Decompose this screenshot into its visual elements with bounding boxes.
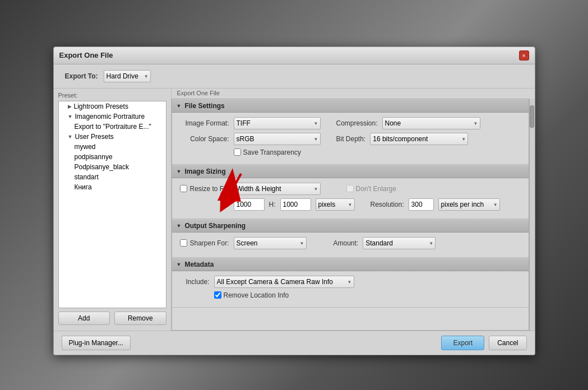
preset-item-text: Lightroom Presets bbox=[74, 103, 128, 110]
image-sizing-title: Image Sizing bbox=[184, 168, 225, 175]
include-label: Include: bbox=[179, 278, 210, 286]
plugin-manager-button[interactable]: Plug-in Manager... bbox=[62, 336, 131, 350]
resize-options-select[interactable]: Width & HeightDimensionsLong EdgeShort E… bbox=[234, 183, 321, 195]
preset-arrow-icon: ▼ bbox=[68, 134, 73, 140]
w-label: W: bbox=[179, 201, 229, 208]
height-input[interactable] bbox=[280, 198, 311, 211]
output-sharpening-arrow: ▼ bbox=[177, 223, 182, 229]
width-input[interactable] bbox=[234, 198, 265, 211]
resize-to-fit-text: Resize to Fit: bbox=[189, 185, 229, 193]
amount-label: Amount: bbox=[334, 239, 359, 247]
compression-label: Compression: bbox=[336, 119, 378, 127]
save-transparency-label[interactable]: Save Transparency bbox=[234, 148, 301, 156]
metadata-body: Include: All Except Camera & Camera Raw … bbox=[172, 271, 529, 308]
file-settings-header[interactable]: ▼ File Settings bbox=[172, 99, 529, 113]
list-item[interactable]: Export to "Portraiture E..." bbox=[59, 122, 166, 132]
save-transparency-checkbox[interactable] bbox=[234, 148, 241, 156]
preset-item-text: mywed bbox=[75, 143, 96, 151]
remove-location-label[interactable]: Remove Location Info bbox=[214, 291, 289, 299]
sections-area[interactable]: ▼ File Settings Image Format: TIFFJPEGPS… bbox=[172, 99, 529, 331]
units-select[interactable]: pixelsinchescm bbox=[316, 198, 355, 211]
add-button[interactable]: Add bbox=[58, 312, 110, 325]
resize-to-fit-label[interactable]: Resize to Fit: bbox=[179, 185, 229, 193]
resolution-units-select[interactable]: pixels per inchpixels per cm bbox=[438, 198, 500, 211]
export-to-row: Export To: Hard Drive CD/DVD Email bbox=[54, 64, 535, 88]
h-label: H: bbox=[269, 201, 276, 208]
close-button[interactable]: × bbox=[519, 50, 529, 61]
sharpen-for-row: Sharpen For: ScreenMatte PaperGlossy Pap… bbox=[179, 237, 522, 249]
preset-item-text: User Presets bbox=[75, 133, 113, 141]
compression-select[interactable]: NoneLZWZIP bbox=[382, 117, 480, 129]
export-to-select[interactable]: Hard Drive CD/DVD Email bbox=[104, 70, 151, 82]
resolution-label: Resolution: bbox=[371, 201, 404, 208]
dont-enlarge-label[interactable]: Don't Enlarge bbox=[346, 185, 396, 193]
bit-depth-select[interactable]: 16 bits/component8 bits/component bbox=[370, 133, 468, 145]
resolution-input[interactable] bbox=[409, 198, 434, 211]
metadata-header[interactable]: ▼ Metadata bbox=[172, 258, 529, 271]
dialog-title: Export One File bbox=[59, 51, 113, 59]
list-item[interactable]: standart bbox=[59, 172, 166, 182]
title-bar: Export One File × bbox=[54, 47, 535, 64]
list-item[interactable]: Podpisanye_black bbox=[59, 162, 166, 172]
output-sharpening-header[interactable]: ▼ Output Sharpening bbox=[172, 219, 529, 233]
save-transparency-row: Save Transparency bbox=[179, 148, 522, 156]
preset-item-text: Podpisanye_black bbox=[75, 163, 129, 171]
color-space-select[interactable]: sRGBAdobeRGBProPhoto RGB bbox=[234, 133, 321, 145]
scrollbar[interactable] bbox=[529, 99, 535, 331]
export-one-file-label: Export One File bbox=[172, 89, 535, 99]
sharpen-for-select[interactable]: ScreenMatte PaperGlossy Paper bbox=[234, 237, 307, 249]
wh-row: W: H: pixelsinchescm Resolution: bbox=[179, 198, 522, 211]
cancel-button[interactable]: Cancel bbox=[489, 336, 526, 350]
resize-to-fit-row: Resize to Fit: Width & HeightDimensionsL… bbox=[179, 183, 522, 195]
export-to-select-wrap: Hard Drive CD/DVD Email bbox=[104, 70, 151, 82]
resolution-units-select-wrap: pixels per inchpixels per cm bbox=[438, 198, 500, 211]
preset-item-text: Export to "Portraiture E..." bbox=[75, 123, 151, 131]
list-item[interactable]: ▼User Presets bbox=[59, 132, 166, 142]
list-item[interactable]: ▼Imagenomic Portraiture bbox=[59, 112, 166, 122]
include-select-wrap: All Except Camera & Camera Raw Info All … bbox=[214, 276, 354, 288]
amount-select[interactable]: StandardLowHigh bbox=[363, 237, 436, 249]
amount-select-wrap: StandardLowHigh bbox=[363, 237, 436, 249]
preset-buttons: Add Remove bbox=[54, 308, 171, 328]
remove-button[interactable]: Remove bbox=[114, 312, 166, 325]
export-button[interactable]: Export bbox=[441, 336, 484, 350]
file-settings-arrow: ▼ bbox=[177, 103, 182, 109]
resize-to-fit-checkbox[interactable] bbox=[180, 185, 187, 192]
image-format-row: Image Format: TIFFJPEGPSDDNG Compression… bbox=[179, 117, 522, 129]
right-panel: Export One File ▼ File Settings Image Fo… bbox=[172, 89, 535, 331]
metadata-arrow: ▼ bbox=[177, 262, 182, 267]
color-space-row: Color Space: sRGBAdobeRGBProPhoto RGB Bi… bbox=[179, 133, 522, 145]
sharpen-for-text: Sharpen For: bbox=[189, 239, 229, 247]
dont-enlarge-text: Don't Enlarge bbox=[356, 185, 396, 193]
preset-item-text: podpisannye bbox=[75, 153, 113, 161]
list-item[interactable]: mywed bbox=[59, 142, 166, 152]
left-panel: Preset: ▶Lightroom Presets▼Imagenomic Po… bbox=[54, 89, 172, 331]
remove-location-row: Remove Location Info bbox=[179, 291, 522, 299]
sharpen-for-checkbox[interactable] bbox=[180, 239, 187, 247]
main-body: Preset: ▶Lightroom Presets▼Imagenomic Po… bbox=[54, 88, 535, 331]
scrollbar-thumb[interactable] bbox=[530, 105, 534, 128]
include-select[interactable]: All Except Camera & Camera Raw Info All … bbox=[214, 276, 354, 288]
output-sharpening-body: Sharpen For: ScreenMatte PaperGlossy Pap… bbox=[172, 233, 529, 258]
preset-list[interactable]: ▶Lightroom Presets▼Imagenomic Portraitur… bbox=[58, 101, 166, 308]
export-to-label: Export To: bbox=[65, 72, 98, 80]
remove-location-checkbox[interactable] bbox=[214, 291, 221, 299]
dont-enlarge-checkbox[interactable] bbox=[346, 185, 354, 192]
export-dialog: Export One File × Export To: Hard Drive … bbox=[53, 47, 535, 355]
list-item[interactable]: Книга bbox=[59, 182, 166, 192]
list-item[interactable]: podpisannye bbox=[59, 152, 166, 162]
preset-item-text: Imagenomic Portraiture bbox=[75, 113, 145, 120]
image-format-select[interactable]: TIFFJPEGPSDDNG bbox=[234, 117, 321, 129]
resize-options-select-wrap: Width & HeightDimensionsLong EdgeShort E… bbox=[234, 183, 321, 195]
sharpen-for-label[interactable]: Sharpen For: bbox=[179, 239, 229, 247]
preset-label: Preset: bbox=[54, 91, 171, 101]
list-item[interactable]: ▶Lightroom Presets bbox=[59, 101, 166, 112]
preset-item-text: Книга bbox=[75, 183, 92, 191]
image-sizing-header[interactable]: ▼ Image Sizing bbox=[172, 165, 529, 178]
image-format-select-wrap: TIFFJPEGPSDDNG bbox=[234, 117, 321, 129]
bit-depth-select-wrap: 16 bits/component8 bits/component bbox=[370, 133, 468, 145]
sharpen-for-select-wrap: ScreenMatte PaperGlossy Paper bbox=[234, 237, 307, 249]
preset-arrow-icon: ▼ bbox=[68, 114, 73, 119]
action-buttons: Export Cancel bbox=[441, 336, 526, 350]
color-space-select-wrap: sRGBAdobeRGBProPhoto RGB bbox=[234, 133, 321, 145]
